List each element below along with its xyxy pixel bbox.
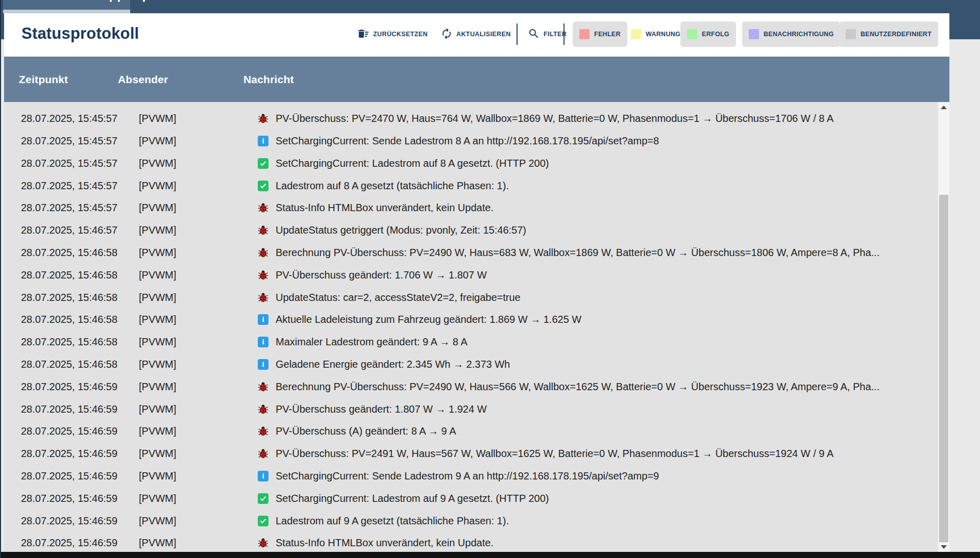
cell-zeitpunkt: 28.07.2025, 15:45:57 [21, 180, 117, 192]
info-icon: i [258, 337, 268, 347]
ladybug-debug-icon [258, 448, 268, 459]
column-header-absender: Absender [118, 57, 168, 102]
cell-nachricht: UpdateStatus: car=2, accessStateV2=2, fr… [276, 292, 929, 303]
table-row: 28.07.2025, 15:46:59[PVWM]iSetChargingCu… [4, 465, 949, 488]
scrollbar[interactable] [938, 102, 949, 552]
cell-absender: [PVWM] [139, 493, 176, 504]
cell-zeitpunkt: 28.07.2025, 15:46:59 [21, 470, 117, 482]
window-left-edge [0, 0, 1, 558]
arrow-down-icon [941, 545, 947, 549]
statusprotokoll-panel: Statusprotokoll ZURÜCKSETZEN AKTUALISIER… [4, 13, 949, 552]
cell-nachricht: Berechnung PV-Überschuss: PV=2490 W, Hau… [276, 381, 929, 393]
cell-message-icon [258, 382, 268, 392]
cell-zeitpunkt: 28.07.2025, 15:46:57 [21, 224, 117, 236]
search-icon [528, 28, 540, 41]
scrollbar-down-button[interactable] [938, 542, 949, 552]
success-check-icon [258, 493, 268, 504]
table-row: 28.07.2025, 15:46:58[PVWM]iMaximaler Lad… [4, 331, 949, 353]
filter-color-swatch [631, 29, 641, 39]
cell-zeitpunkt: 28.07.2025, 15:46:59 [21, 537, 117, 549]
ladybug-debug-icon [258, 292, 268, 303]
table-row: 28.07.2025, 15:46:59[PVWM]Berechnung PV-… [4, 375, 949, 398]
table-row: 28.07.2025, 15:45:57[PVWM]iSetChargingCu… [4, 130, 949, 153]
cell-message-icon [258, 113, 268, 124]
cell-message-icon: i [258, 136, 268, 146]
toolbar-divider [517, 23, 518, 45]
cell-zeitpunkt: 28.07.2025, 15:45:57 [21, 202, 117, 214]
cell-message-icon: i [258, 337, 268, 347]
filter-color-swatch [579, 29, 590, 39]
filter-toggle-label: BENACHRICHTIGUNG [764, 31, 834, 38]
cell-nachricht: Geladene Energie geändert: 2.345 Wh → 2.… [276, 359, 929, 370]
cell-zeitpunkt: 28.07.2025, 15:46:58 [21, 292, 117, 303]
ladybug-debug-icon [258, 202, 268, 213]
cell-absender: [PVWM] [139, 202, 176, 214]
filter-color-swatch [749, 29, 759, 39]
scrollbar-up-button[interactable] [938, 102, 949, 112]
toolbar-divider [564, 23, 565, 45]
arrow-up-icon [941, 106, 947, 109]
filter-toggle-erfolg[interactable]: ERFOLG [680, 21, 736, 47]
table-row: 28.07.2025, 15:46:59[PVWM]Status-Info HT… [4, 532, 949, 552]
cell-nachricht: SetChargingCurrent: Sende Ladestrom 9 A … [276, 470, 929, 482]
cell-zeitpunkt: 28.07.2025, 15:46:59 [21, 403, 117, 415]
filter-toggle-fehler[interactable]: FEHLER [573, 21, 627, 47]
ladybug-debug-icon [258, 538, 268, 548]
cell-message-icon [258, 270, 268, 281]
cell-nachricht: PV-Überschuss: PV=2491 W, Haus=567 W, Wa… [276, 448, 929, 460]
refresh-button[interactable]: AKTUALISIEREN [440, 21, 511, 47]
scrollbar-thumb[interactable] [939, 195, 948, 542]
ladybug-debug-icon [258, 404, 268, 415]
cell-message-icon: i [258, 314, 268, 325]
cell-nachricht: Ladestrom auf 9 A gesetzt (tatsächliche … [276, 515, 929, 527]
cell-nachricht: Ladestrom auf 8 A gesetzt (tatsächliche … [276, 180, 929, 192]
tab-text-fragment [143, 0, 145, 2]
ladybug-debug-icon [258, 270, 268, 281]
filter-button[interactable]: FILTER [528, 21, 567, 47]
filter-toggle-benachrichtigung[interactable]: BENACHRICHTIGUNG [742, 21, 840, 47]
filter-toggle-warnung[interactable]: WARNUNG [624, 21, 687, 47]
table-row: 28.07.2025, 15:45:57[PVWM]Ladestrom auf … [4, 174, 949, 197]
ladybug-debug-icon [258, 382, 268, 392]
cell-message-icon [258, 158, 268, 169]
reset-button-label: ZURÜCKSETZEN [373, 31, 428, 38]
cell-absender: [PVWM] [139, 470, 176, 482]
cell-absender: [PVWM] [139, 425, 176, 437]
cell-zeitpunkt: 28.07.2025, 15:45:57 [21, 113, 117, 124]
reset-button[interactable]: ZURÜCKSETZEN [357, 21, 428, 47]
cell-nachricht: PV-Überschuss (A) geändert: 8 A → 9 A [276, 425, 929, 437]
cell-absender: [PVWM] [139, 336, 176, 348]
cell-nachricht: Status-Info HTMLBox unverändert, kein Up… [276, 537, 929, 549]
cell-zeitpunkt: 28.07.2025, 15:46:59 [21, 448, 117, 460]
page-title: Statusprotokoll [21, 24, 139, 43]
cell-zeitpunkt: 28.07.2025, 15:46:58 [21, 336, 117, 348]
filter-toggle-label: ERFOLG [702, 31, 729, 38]
info-icon: i [258, 314, 268, 325]
cell-message-icon: i [258, 471, 268, 481]
cell-absender: [PVWM] [139, 247, 176, 259]
cell-absender: [PVWM] [139, 269, 176, 281]
log-scroll-area[interactable]: 28.07.2025, 15:45:57[PVWM]PV-Überschuss:… [4, 102, 949, 552]
cell-zeitpunkt: 28.07.2025, 15:46:58 [21, 247, 117, 259]
cell-absender: [PVWM] [139, 314, 176, 325]
table-row: 28.07.2025, 15:46:58[PVWM]iGeladene Ener… [4, 353, 949, 376]
table-row-partial [4, 102, 949, 108]
active-tab-indicator [3, 10, 130, 13]
table-row: 28.07.2025, 15:45:57[PVWM]SetChargingCur… [4, 152, 949, 174]
cell-absender: [PVWM] [139, 403, 176, 415]
cell-message-icon [258, 538, 268, 548]
cell-message-icon [258, 516, 268, 526]
cell-message-icon [258, 225, 268, 236]
cell-absender: [PVWM] [139, 537, 176, 549]
filter-toggle-label: BENUTZERDEFINIERT [861, 31, 932, 38]
log-rows: 28.07.2025, 15:45:57[PVWM]PV-Überschuss:… [4, 102, 949, 552]
cell-absender: [PVWM] [139, 113, 176, 124]
cell-message-icon [258, 404, 268, 415]
screen-bottom-edge [0, 552, 980, 558]
cell-message-icon [258, 448, 268, 459]
filter-toggle-benutzerdefiniert[interactable]: BENUTZERDEFINIERT [839, 21, 938, 47]
ladybug-debug-icon [258, 426, 268, 437]
cell-absender: [PVWM] [139, 381, 176, 393]
table-row: 28.07.2025, 15:46:58[PVWM]PV-Überschuss … [4, 264, 949, 286]
cell-absender: [PVWM] [139, 135, 176, 147]
